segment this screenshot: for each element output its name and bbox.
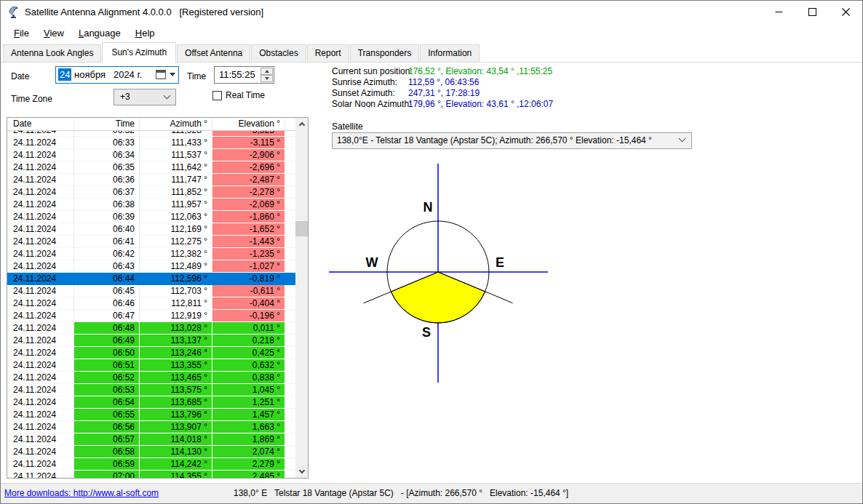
elevation-cell: -3,325 ° (212, 131, 285, 137)
date-cell: 24.11.2024 (7, 421, 74, 433)
time-cell: 06:56 (74, 421, 140, 433)
table-row[interactable]: 24.11.202406:32111,328 °-3,325 ° (7, 131, 295, 137)
table-row[interactable]: 24.11.202407:00114,355 °2,485 ° (7, 471, 295, 478)
realtime-checkbox[interactable] (212, 91, 222, 100)
south-label: S (422, 325, 431, 340)
table-row[interactable]: 24.11.202406:43112,489 °-1,027 ° (7, 260, 295, 273)
table-row[interactable]: 24.11.202406:33111,433 °-3,115 ° (7, 137, 295, 149)
filler-cell (285, 273, 295, 285)
col-header-elevation[interactable]: Elevation ° (212, 118, 285, 130)
realtime-label: Real Time (226, 90, 265, 100)
menu-view[interactable]: View (36, 24, 71, 42)
time-input[interactable]: 11:55:25 (214, 66, 274, 84)
tab-obstacles[interactable]: Obstacles (251, 44, 306, 62)
calendar-icon[interactable] (156, 70, 166, 79)
table-row[interactable]: 24.11.202406:47112,919 °-0,196 ° (7, 310, 295, 322)
date-dropdown-icon[interactable] (170, 73, 175, 76)
table-header: Date Time Azimuth ° Elevation ° (7, 118, 295, 131)
date-cell: 24.11.2024 (7, 223, 74, 236)
table-row[interactable]: 24.11.202406:38111,957 °-2,069 ° (7, 199, 295, 211)
maximize-icon (808, 8, 816, 16)
table-row[interactable]: 24.11.202406:50113,246 °0,425 ° (7, 347, 295, 359)
tab-antenna-look-angles[interactable]: Antenna Look Angles (3, 44, 101, 62)
time-cell: 06:48 (74, 322, 140, 335)
table-row[interactable]: 24.11.202406:57114,018 °1,869 ° (7, 433, 295, 446)
filler-cell (285, 161, 295, 174)
filler-cell (285, 446, 295, 458)
elevation-cell: 0,011 ° (212, 322, 285, 335)
maximize-button[interactable] (795, 1, 829, 23)
table-row[interactable]: 24.11.202406:37111,852 °-2,278 ° (7, 186, 295, 199)
table-row[interactable]: 24.11.202406:53113,575 °1,045 ° (7, 384, 295, 396)
date-cell: 24.11.2024 (7, 335, 74, 347)
date-day-segment[interactable]: 24 (58, 68, 71, 81)
tab-transponders[interactable]: Transponders (350, 44, 420, 62)
downloads-link[interactable]: More downloads: http://www.al-soft.com (4, 484, 159, 503)
table-row[interactable]: 24.11.202406:40112,169 °-1,652 ° (7, 223, 295, 236)
date-month-year[interactable]: ноября 2024 г. (71, 69, 142, 80)
azimuth-cell: 113,137 ° (140, 335, 212, 347)
elevation-cell: -1,027 ° (212, 260, 285, 273)
filler-cell (285, 131, 295, 137)
table-row[interactable]: 24.11.202406:34111,537 °-2,906 ° (7, 149, 295, 161)
table-row[interactable]: 24.11.202406:56113,907 °1,663 ° (7, 421, 295, 433)
table-row[interactable]: 24.11.202406:49113,137 °0,218 ° (7, 335, 295, 347)
time-spin-up-button[interactable] (261, 68, 273, 75)
time-cell: 07:00 (74, 471, 140, 478)
east-label: E (496, 255, 504, 270)
vertical-scrollbar[interactable] (295, 118, 308, 478)
table-row[interactable]: 24.11.202406:55113,796 °1,457 ° (7, 409, 295, 421)
time-cell: 06:50 (74, 347, 140, 359)
date-cell: 24.11.2024 (7, 322, 74, 335)
table-row[interactable]: 24.11.202406:59114,242 °2,279 ° (7, 458, 295, 471)
close-button[interactable] (829, 1, 862, 23)
date-cell: 24.11.2024 (7, 273, 74, 285)
azimuth-cell: 112,703 ° (140, 285, 212, 297)
scroll-up-button[interactable] (295, 118, 308, 130)
satellite-select[interactable]: 138,0°E - Telstar 18 Vantage (Apstar 5C)… (332, 132, 692, 149)
time-spin-down-button[interactable] (261, 75, 273, 82)
elevation-cell: -0,404 ° (212, 297, 285, 310)
table-row[interactable]: 24.11.202406:35111,642 °-2,696 ° (7, 161, 295, 174)
table-row[interactable]: 24.11.202406:45112,703 °-0,611 ° (7, 285, 295, 297)
date-cell: 24.11.2024 (7, 310, 74, 322)
elevation-cell: -3,115 ° (212, 137, 285, 149)
azimuth-cell: 112,919 ° (140, 310, 212, 322)
table-row[interactable]: 24.11.202406:46112,811 °-0,404 ° (7, 297, 295, 310)
table-row[interactable]: 24.11.202406:41112,275 °-1,443 ° (7, 236, 295, 248)
filler-cell (285, 359, 295, 372)
col-header-date[interactable]: Date (7, 118, 74, 130)
elevation-cell: 0,838 ° (212, 372, 285, 384)
table-row[interactable]: 24.11.202406:39112,063 °-1,860 ° (7, 211, 295, 223)
table-row[interactable]: 24.11.202406:36111,747 °-2,487 ° (7, 174, 295, 186)
table-row[interactable]: 24.11.202406:42112,382 °-1,235 ° (7, 248, 295, 260)
elevation-cell: 1,045 ° (212, 384, 285, 396)
table-row[interactable]: 24.11.202406:48113,028 °0,011 ° (7, 322, 295, 335)
timezone-select[interactable]: +3 (114, 89, 176, 105)
menu-help[interactable]: Help (128, 24, 162, 42)
time-cell: 06:43 (74, 260, 140, 273)
window-title: Satellite Antenna Alignment 4.0.0.0 [Reg… (25, 1, 263, 23)
tab-strip: Antenna Look Angles Sun's Azimuth Offset… (1, 42, 862, 63)
tab-information[interactable]: Information (420, 44, 480, 62)
col-header-time[interactable]: Time (74, 118, 140, 130)
col-header-azimuth[interactable]: Azimuth ° (140, 118, 212, 130)
scrollbar-thumb[interactable] (295, 221, 308, 236)
tab-offset-antenna[interactable]: Offset Antenna (177, 44, 250, 62)
table-row[interactable]: 24.11.202406:44112,596 °-0,819 ° (7, 273, 295, 285)
table-row[interactable]: 24.11.202406:52113,465 °0,838 ° (7, 372, 295, 384)
date-cell: 24.11.2024 (7, 471, 74, 478)
tab-suns-azimuth[interactable]: Sun's Azimuth (102, 42, 176, 63)
current-sun-label: Current sun position: (332, 66, 408, 77)
date-picker[interactable]: 24 ноября 2024 г. (55, 66, 179, 84)
minimize-button[interactable] (762, 1, 795, 23)
table-row[interactable]: 24.11.202406:51113,355 °0,632 ° (7, 359, 295, 372)
time-cell: 06:53 (74, 384, 140, 396)
menu-file[interactable]: File (7, 24, 36, 42)
scroll-down-button[interactable] (295, 465, 308, 478)
tab-report[interactable]: Report (307, 44, 349, 62)
azimuth-cell: 114,355 ° (140, 471, 212, 478)
menu-language[interactable]: Language (71, 24, 128, 42)
table-row[interactable]: 24.11.202406:54113,685 °1,251 ° (7, 396, 295, 409)
table-row[interactable]: 24.11.202406:58114,130 °2,074 ° (7, 446, 295, 458)
